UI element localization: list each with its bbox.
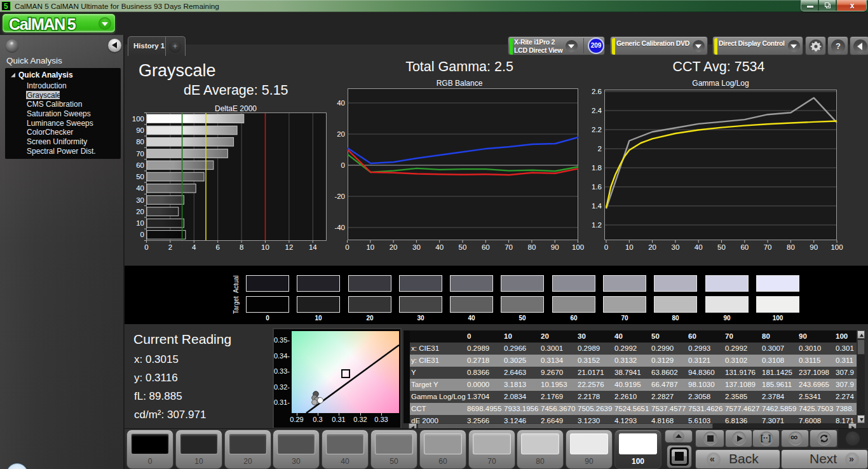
svg-text:2: 2: [598, 145, 602, 153]
svg-text:50: 50: [717, 243, 726, 251]
svg-text:100: 100: [132, 115, 144, 123]
svg-text:1.2: 1.2: [592, 221, 602, 229]
svg-text:-40: -40: [334, 224, 345, 231]
svg-text:40: 40: [337, 99, 345, 107]
svg-text:100: 100: [572, 243, 584, 251]
svg-text:90: 90: [551, 243, 559, 251]
svg-text:20: 20: [337, 130, 345, 138]
svg-text:12: 12: [285, 243, 294, 251]
svg-text:2.6: 2.6: [592, 88, 602, 95]
svg-text:RGB Balance: RGB Balance: [437, 79, 483, 88]
svg-text:100: 100: [831, 243, 843, 251]
svg-text:40: 40: [136, 184, 144, 192]
svg-text:10: 10: [136, 219, 144, 227]
svg-text:10: 10: [366, 243, 374, 251]
svg-text:1.4: 1.4: [592, 202, 602, 210]
svg-text:50: 50: [136, 173, 144, 180]
svg-text:0: 0: [140, 231, 144, 238]
svg-text:10: 10: [261, 243, 269, 251]
svg-text:14: 14: [309, 243, 317, 251]
svg-text:0: 0: [604, 243, 608, 251]
svg-text:70: 70: [505, 243, 513, 251]
svg-text:DeltaE 2000: DeltaE 2000: [215, 104, 257, 113]
svg-text:20: 20: [136, 208, 144, 215]
svg-text:0: 0: [341, 161, 345, 169]
svg-text:80: 80: [136, 138, 144, 146]
svg-text:90: 90: [136, 126, 144, 134]
svg-text:10: 10: [625, 243, 634, 251]
svg-text:8: 8: [240, 243, 243, 251]
svg-text:40: 40: [695, 243, 703, 251]
svg-text:0: 0: [345, 243, 349, 251]
svg-text:20: 20: [390, 243, 398, 251]
svg-text:30: 30: [412, 243, 421, 251]
svg-text:-20: -20: [334, 193, 345, 200]
svg-text:70: 70: [136, 150, 144, 158]
svg-text:Gamma Log/Log: Gamma Log/Log: [692, 79, 749, 88]
svg-text:30: 30: [136, 196, 144, 204]
svg-text:6: 6: [215, 243, 219, 251]
svg-text:80: 80: [528, 243, 536, 251]
svg-text:60: 60: [136, 161, 144, 169]
svg-text:2.4: 2.4: [592, 107, 602, 114]
svg-text:2.2: 2.2: [592, 126, 602, 133]
svg-text:70: 70: [764, 243, 772, 251]
svg-text:1.8: 1.8: [592, 164, 602, 172]
svg-text:40: 40: [435, 243, 444, 251]
svg-text:1.6: 1.6: [592, 183, 602, 191]
svg-text:90: 90: [810, 243, 818, 251]
svg-text:50: 50: [459, 243, 467, 251]
svg-text:60: 60: [482, 243, 490, 251]
svg-text:20: 20: [648, 243, 656, 251]
svg-text:0: 0: [144, 243, 148, 251]
svg-text:2: 2: [168, 243, 172, 251]
svg-text:60: 60: [740, 243, 749, 251]
svg-text:30: 30: [672, 243, 680, 251]
svg-text:4: 4: [192, 243, 196, 251]
svg-text:80: 80: [787, 243, 795, 251]
